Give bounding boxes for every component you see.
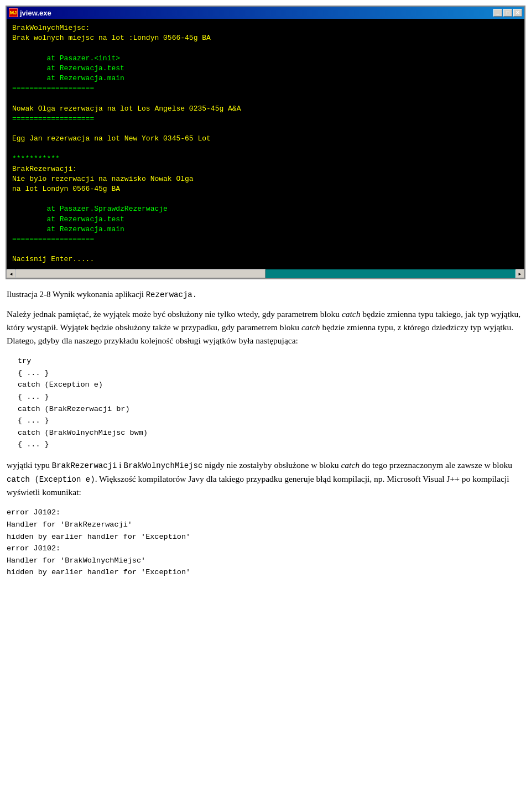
console-line — [12, 93, 519, 103]
p2-text-mid: nigdy nie zostałyby obsłużone w bloku — [202, 460, 341, 470]
console-line: at Rezerwacja.main — [12, 225, 519, 235]
caption-code: Rezerwacja. — [146, 290, 197, 299]
console-line — [12, 43, 519, 53]
code-line: { ... } — [18, 367, 524, 379]
scroll-track[interactable] — [15, 269, 516, 278]
window-title: jview.exe — [20, 9, 51, 17]
p2-code-brakrezerwacji: BrakRezerwacji — [52, 461, 117, 470]
close-button[interactable]: ✕ — [513, 9, 522, 17]
app-icon: MJ — [9, 8, 18, 17]
caption-text: Ilustracja 2-8 Wynik wykonania aplikacji — [7, 290, 144, 299]
p2-code-brakwolnych: BrakWolnychMiejsc — [124, 461, 203, 470]
error-line: hidden by earlier handler for 'Exception… — [7, 531, 524, 543]
scroll-thumb[interactable] — [15, 269, 266, 278]
console-line: na lot Londyn 0566-45g BA — [12, 184, 519, 194]
console-line: at Rezerwacja.test — [12, 64, 519, 74]
error-line: Handler for 'BrakRezerwacji' — [7, 519, 524, 531]
console-line: BrakWolnychMiejsc: — [12, 23, 519, 33]
p2-italic-catch: catch — [341, 460, 360, 470]
console-line: at Rezerwacja.main — [12, 74, 519, 84]
paragraph-2: wyjątki typu BrakRezerwacji i BrakWolnyc… — [7, 459, 524, 499]
console-line: =================== — [12, 114, 519, 124]
minimize-button[interactable]: _ — [493, 9, 502, 17]
page-content: Ilustracja 2-8 Wynik wykonania aplikacji… — [0, 279, 531, 595]
maximize-button[interactable]: □ — [503, 9, 512, 17]
titlebar-buttons: _ □ ✕ — [493, 9, 522, 17]
error-line: hidden by earlier handler for 'Exception… — [7, 566, 524, 579]
code-line: { ... } — [18, 391, 524, 403]
p2-text-before: wyjątki typu — [7, 460, 52, 470]
error-line: error J0102: — [7, 507, 524, 519]
console-line: Brak wolnych miejsc na lot :Londyn 0566-… — [12, 33, 519, 43]
console-line: Egg Jan rezerwacja na lot New York 0345-… — [12, 134, 519, 144]
console-line: at Pasazer.<init> — [12, 54, 519, 64]
code-line: catch (BrakRezerwacji br) — [18, 403, 524, 415]
console-line — [12, 194, 519, 204]
console-line: Nacisnij Enter..... — [12, 254, 519, 264]
code-line: try — [18, 355, 524, 367]
code-line: { ... } — [18, 415, 524, 427]
console-window: MJ jview.exe _ □ ✕ BrakWolnychMiejsc: Br… — [6, 6, 525, 279]
console-line: at Rezerwacja.test — [12, 215, 519, 225]
console-line: Nowak Olga rezerwacja na lot Los Angelse… — [12, 104, 519, 114]
titlebar: MJ jview.exe _ □ ✕ — [7, 7, 524, 19]
console-line: at Pasazer.SprawdzRezerwacje — [12, 204, 519, 214]
error-line: Handler for 'BrakWolnychMiejsc' — [7, 555, 524, 567]
p1-italic-catch-1: catch — [342, 309, 361, 319]
console-line: =================== — [12, 235, 519, 244]
titlebar-left: MJ jview.exe — [9, 8, 51, 17]
paragraph-1: Należy jednak pamiętać, że wyjątek może … — [7, 308, 524, 347]
console-line — [12, 124, 519, 134]
console-output: BrakWolnychMiejsc: Brak wolnych miejsc n… — [7, 19, 524, 269]
console-line: =================== — [12, 84, 519, 93]
p2-text-after1: do tego przeznaczonym ale zawsze w bloku — [360, 460, 512, 470]
console-line: BrakRezerwacji: — [12, 164, 519, 174]
p1-text-before: Należy jednak pamiętać, że wyjątek może … — [7, 309, 342, 319]
code-line: catch (BrakWolnychMiejsc bwm) — [18, 427, 524, 439]
code-line: { ... } — [18, 439, 524, 451]
p2-code-catch-exception: catch (Exception e) — [7, 475, 95, 484]
console-line — [12, 244, 519, 254]
error-line: error J0102: — [7, 543, 524, 555]
error-code-block: error J0102: Handler for 'BrakRezerwacji… — [7, 507, 524, 579]
code-line: catch (Exception e) — [18, 379, 524, 391]
horizontal-scrollbar[interactable]: ◄ ► — [7, 269, 524, 278]
scroll-right-button[interactable]: ► — [516, 269, 524, 278]
figure-caption: Ilustracja 2-8 Wynik wykonania aplikacji… — [7, 288, 524, 301]
code-block-try-catch: try { ... } catch (Exception e) { ... } … — [18, 355, 524, 451]
console-line: Nie bylo rezerwacji na nazwisko Nowak Ol… — [12, 174, 519, 184]
p2-text-and: i — [117, 460, 123, 470]
console-line — [12, 144, 519, 154]
p1-italic-catch-2: catch — [301, 322, 320, 332]
scroll-left-button[interactable]: ◄ — [7, 269, 15, 278]
console-line: *********** — [12, 154, 519, 164]
